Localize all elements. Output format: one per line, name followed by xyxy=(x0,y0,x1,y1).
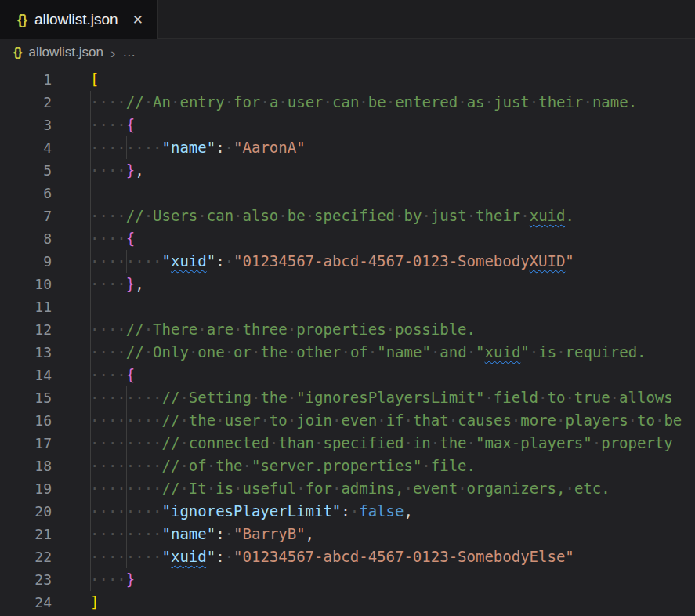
whitespace-dots: · xyxy=(233,207,242,224)
code-line[interactable]: 16········//·the·user·to·join·even·if·th… xyxy=(0,409,695,432)
indent-guide xyxy=(126,523,127,545)
whitespace-dots: · xyxy=(395,207,404,224)
code-line[interactable]: 14····{ xyxy=(0,364,695,386)
code-line[interactable]: 5····}, xyxy=(0,159,695,182)
code-line[interactable]: 10····}, xyxy=(0,273,695,295)
whitespace-dots: · xyxy=(144,321,153,338)
whitespace-dots: ···· xyxy=(90,321,126,338)
line-number[interactable]: 8 xyxy=(0,227,52,250)
line-number[interactable]: 14 xyxy=(0,364,52,386)
code-editor[interactable]: 1[2····//·An·entry·for·a·user·can·be·ent… xyxy=(0,66,695,614)
whitespace-dots: · xyxy=(655,411,664,429)
code-token: organizers, xyxy=(467,480,566,497)
line-number[interactable]: 2 xyxy=(0,91,52,114)
line-number[interactable]: 7 xyxy=(0,205,52,227)
code-line[interactable]: 23····} xyxy=(0,568,695,591)
code-token: " xyxy=(520,343,529,361)
whitespace-dots: · xyxy=(225,139,233,156)
indent-guide xyxy=(90,114,91,136)
code-token: or xyxy=(233,343,252,361)
code-token: of xyxy=(189,457,207,474)
code-line[interactable]: 3····{ xyxy=(0,114,695,136)
code-line[interactable]: 20········"ignoresPlayerLimit":·false, xyxy=(0,500,695,523)
line-number[interactable]: 9 xyxy=(0,250,52,273)
close-icon[interactable]: ✕ xyxy=(132,12,143,27)
code-token: "ignoresPlayersLimit" xyxy=(296,389,484,406)
whitespace-dots: ···· xyxy=(90,116,126,133)
code-line[interactable]: 12····//·There·are·three·properties·poss… xyxy=(0,318,695,341)
line-number[interactable]: 22 xyxy=(0,545,52,568)
whitespace-dots: · xyxy=(332,480,341,497)
code-token: be xyxy=(288,207,306,224)
code-line[interactable]: 2····//·An·entry·for·a·user·can·be·enter… xyxy=(0,91,695,114)
code-line[interactable]: 19········//·It·is·useful·for·admins,·ev… xyxy=(0,477,695,500)
line-number[interactable]: 15 xyxy=(0,386,52,409)
code-content: ········"ignoresPlayerLimit":·false, xyxy=(90,500,695,523)
code-line[interactable]: 15········//·Setting·the·"ignoresPlayers… xyxy=(0,386,695,409)
whitespace-dots: ···· xyxy=(90,230,126,247)
code-line[interactable]: 7····//·Users·can·also·be·specified·by·j… xyxy=(0,205,695,227)
code-token: is xyxy=(215,480,233,497)
whitespace-dots: ···· xyxy=(90,275,126,292)
code-content xyxy=(90,295,695,318)
line-number[interactable]: 13 xyxy=(0,341,52,364)
code-token: // xyxy=(162,457,180,474)
line-number[interactable]: 21 xyxy=(0,523,52,545)
code-line[interactable]: 1[ xyxy=(0,68,695,91)
code-content: ····{ xyxy=(90,364,695,386)
code-token: There xyxy=(153,321,197,338)
code-token: , xyxy=(135,161,143,179)
indent-guide xyxy=(90,568,91,591)
indent-guide xyxy=(90,295,91,318)
whitespace-dots: · xyxy=(171,93,179,111)
line-number[interactable]: 4 xyxy=(0,136,52,159)
line-number[interactable]: 17 xyxy=(0,432,52,455)
line-number[interactable]: 1 xyxy=(0,68,52,91)
line-number[interactable]: 23 xyxy=(0,568,52,591)
indent-guide xyxy=(126,250,127,273)
code-token: required. xyxy=(566,343,646,361)
line-number[interactable]: 18 xyxy=(0,455,52,477)
indent-guide xyxy=(90,91,91,114)
code-token: , xyxy=(135,275,143,292)
whitespace-dots: · xyxy=(144,207,153,224)
code-token: if xyxy=(386,411,404,429)
code-line[interactable]: 6 xyxy=(0,182,695,205)
line-number[interactable]: 24 xyxy=(0,591,52,614)
code-token: user xyxy=(225,411,261,429)
line-number[interactable]: 19 xyxy=(0,477,52,500)
breadcrumb-ellipsis[interactable]: … xyxy=(122,45,136,60)
code-line[interactable]: 8····{ xyxy=(0,227,695,250)
code-token: : xyxy=(215,252,224,270)
code-line[interactable]: 22········"xuid":·"01234567-abcd-4567-01… xyxy=(0,545,695,568)
tab-allowlist-json[interactable]: {} allowlist.json ✕ xyxy=(0,0,158,39)
line-number[interactable]: 10 xyxy=(0,273,52,295)
line-number[interactable]: 6 xyxy=(0,182,52,205)
code-line[interactable]: 9········"xuid":·"01234567-abcd-4567-012… xyxy=(0,250,695,273)
line-number[interactable]: 11 xyxy=(0,295,52,318)
breadcrumb-file[interactable]: allowlist.json xyxy=(28,45,103,60)
code-token: the xyxy=(260,343,287,361)
line-number[interactable]: 16 xyxy=(0,409,52,432)
line-number[interactable]: 12 xyxy=(0,318,52,341)
code-line[interactable]: 11 xyxy=(0,295,695,318)
code-content: ········//·connected·than·specified·in·t… xyxy=(90,432,695,455)
code-line[interactable]: 24] xyxy=(0,591,695,614)
code-line[interactable]: 18········//·of·the·"server.properties"·… xyxy=(0,455,695,477)
whitespace-dots: · xyxy=(243,457,252,474)
tab-bar: {} allowlist.json ✕ xyxy=(0,0,695,39)
line-number[interactable]: 20 xyxy=(0,500,52,523)
line-number[interactable]: 3 xyxy=(0,114,52,136)
code-line[interactable]: 13····//·Only·one·or·the·other·of·"name"… xyxy=(0,341,695,364)
whitespace-dots: · xyxy=(556,411,565,429)
code-content: ········"name":·"AaronA" xyxy=(90,136,695,159)
whitespace-dots: · xyxy=(225,343,233,361)
whitespace-dots: · xyxy=(233,480,242,497)
code-token: " xyxy=(162,252,171,270)
code-line[interactable]: 17········//·connected·than·specified·in… xyxy=(0,432,695,455)
line-number[interactable]: 5 xyxy=(0,159,52,182)
code-token: their xyxy=(476,207,520,224)
whitespace-dots: · xyxy=(189,343,197,361)
code-line[interactable]: 21········"name":·"BarryB", xyxy=(0,523,695,545)
code-line[interactable]: 4········"name":·"AaronA" xyxy=(0,136,695,159)
